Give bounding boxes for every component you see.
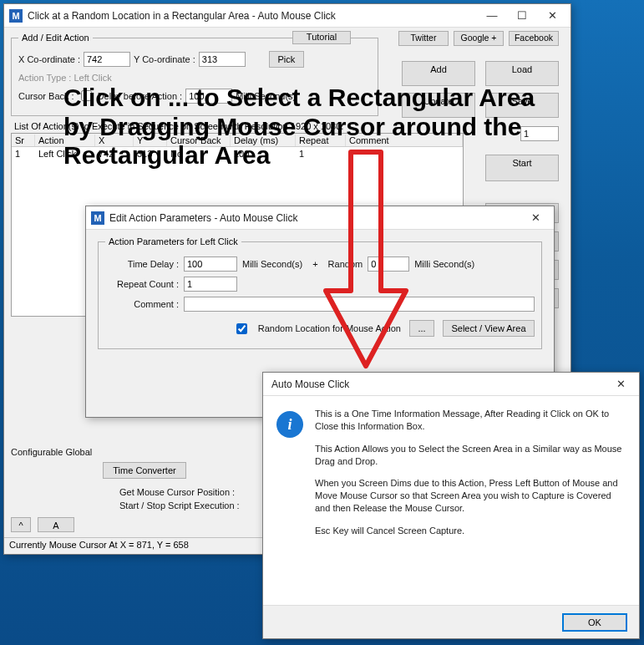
delay-input[interactable] xyxy=(185,89,232,104)
cursor-back-checkbox[interactable] xyxy=(81,90,92,101)
repeat-count-label: Repeat Count : xyxy=(105,279,179,289)
random-label: Random xyxy=(328,259,363,269)
cell-x: 742 xyxy=(95,148,134,160)
edit-titlebar: M Edit Action Parameters - Auto Mouse Cl… xyxy=(86,206,554,230)
repeat-count-input[interactable] xyxy=(520,126,559,141)
caret-up-button[interactable]: ^ xyxy=(11,517,31,532)
update-button[interactable]: Update xyxy=(402,93,475,118)
pick-button[interactable]: Pick xyxy=(269,51,304,68)
table-row[interactable]: 1 Left Click 742 313 No 100 1 xyxy=(12,147,463,160)
x-coord-label: X Co-ordinate : xyxy=(18,54,80,64)
col-delay: Delay (ms) xyxy=(231,135,296,146)
x-coord-input[interactable] xyxy=(84,52,130,67)
get-cursor-pos-label: Get Mouse Cursor Position : xyxy=(119,487,235,497)
action-parameters-group: Action Parameters for Left Click Time De… xyxy=(98,236,542,349)
time-delay-unit: Milli Second(s) xyxy=(242,259,302,269)
close-button[interactable]: ✕ xyxy=(520,208,550,228)
delay-unit-label: Milli Second(s) xyxy=(236,91,296,101)
a-button[interactable]: A xyxy=(38,517,74,532)
info-message: This is a One Time Information Message, … xyxy=(315,408,626,547)
save-button[interactable]: Save xyxy=(485,93,559,118)
cell-sr: 1 xyxy=(12,148,35,160)
cell-cb: No xyxy=(167,148,231,160)
info-icon: i xyxy=(276,411,303,438)
delay-label: Delay before Action : xyxy=(98,91,183,101)
cursor-back-label: Cursor Back : xyxy=(18,91,74,101)
select-view-area-button[interactable]: Select / View Area xyxy=(443,320,535,337)
table-header: Sr Action X Y Cursor Back Delay (ms) Rep… xyxy=(12,134,463,147)
col-action: Action xyxy=(35,135,95,146)
y-coord-input[interactable] xyxy=(199,52,246,67)
random-location-checkbox[interactable] xyxy=(236,323,247,334)
random-delay-input[interactable] xyxy=(368,256,409,272)
ellipsis-button[interactable]: ... xyxy=(409,320,434,337)
comment-input[interactable] xyxy=(184,297,535,312)
close-button[interactable]: ✕ xyxy=(606,374,636,394)
group-legend: Action Parameters for Left Click xyxy=(105,236,241,246)
info-p2: This Action Allows you to Select the Scr… xyxy=(315,443,626,468)
info-p4: Esc Key will Cancel Screen Capture. xyxy=(315,525,626,537)
cell-rep: 1 xyxy=(296,148,346,160)
edit-title: Edit Action Parameters - Auto Mouse Clic… xyxy=(109,212,520,224)
right-button-column-top: Add Load Update Save xyxy=(402,61,559,141)
configurable-global-label: Configurable Global xyxy=(11,447,92,457)
col-cursor-back: Cursor Back xyxy=(167,135,231,146)
tutorial-button[interactable]: Tutorial xyxy=(292,31,351,44)
start-stop-label: Start / Stop Script Execution : xyxy=(119,500,240,510)
cell-action: Left Click xyxy=(35,148,95,160)
cell-cmt xyxy=(346,153,463,155)
facebook-button[interactable]: Facebook xyxy=(509,31,559,46)
info-titlebar: Auto Mouse Click ✕ xyxy=(263,373,639,396)
action-type-label: Action Type : Left Click xyxy=(18,73,112,83)
time-converter-button[interactable]: Time Converter xyxy=(103,462,186,479)
time-delay-label: Time Delay : xyxy=(105,259,179,269)
twitter-button[interactable]: Twitter xyxy=(398,31,449,46)
info-footer: OK xyxy=(263,605,639,638)
info-p1: This is a One Time Information Message, … xyxy=(315,408,626,433)
minimize-button[interactable]: — xyxy=(477,6,507,26)
info-p3: When you Screen Dims due to this Action,… xyxy=(315,477,626,515)
y-coord-label: Y Co-ordinate : xyxy=(134,54,195,64)
add-button[interactable]: Add xyxy=(402,61,475,86)
col-y: Y xyxy=(134,135,167,146)
plus-label: + xyxy=(312,259,317,269)
load-button[interactable]: Load xyxy=(485,61,559,86)
time-delay-input[interactable] xyxy=(184,256,237,272)
main-title: Click at a Random Location in a Rectangu… xyxy=(28,10,477,22)
cell-delay: 100 xyxy=(231,148,296,160)
random-location-label: Random Location for Mouse Action xyxy=(258,323,401,333)
close-button[interactable]: ✕ xyxy=(537,6,567,26)
info-dialog: Auto Mouse Click ✕ i This is a One Time … xyxy=(262,372,640,639)
cell-y: 313 xyxy=(134,148,167,160)
col-sr: Sr xyxy=(12,135,35,146)
app-icon: M xyxy=(9,9,23,23)
col-repeat: Repeat xyxy=(296,135,346,146)
main-titlebar: M Click at a Random Location in a Rectan… xyxy=(4,4,570,28)
info-title: Auto Mouse Click xyxy=(268,378,606,390)
col-x: X xyxy=(95,135,134,146)
repeat-count-input[interactable] xyxy=(184,277,237,292)
social-links: Twitter Google + Facebook xyxy=(398,31,559,46)
comment-label: Comment : xyxy=(105,299,179,309)
start-button[interactable]: Start xyxy=(485,155,559,181)
google-plus-button[interactable]: Google + xyxy=(454,31,504,46)
ok-button[interactable]: OK xyxy=(562,613,627,632)
group-legend: Add / Edit Action xyxy=(18,33,93,43)
add-edit-action-group: Add / Edit Action X Co-ordinate : Y Co-o… xyxy=(11,33,378,116)
maximize-button[interactable]: ☐ xyxy=(507,6,537,26)
random-unit-label: Milli Second(s) xyxy=(414,259,474,269)
app-icon: M xyxy=(91,211,104,225)
